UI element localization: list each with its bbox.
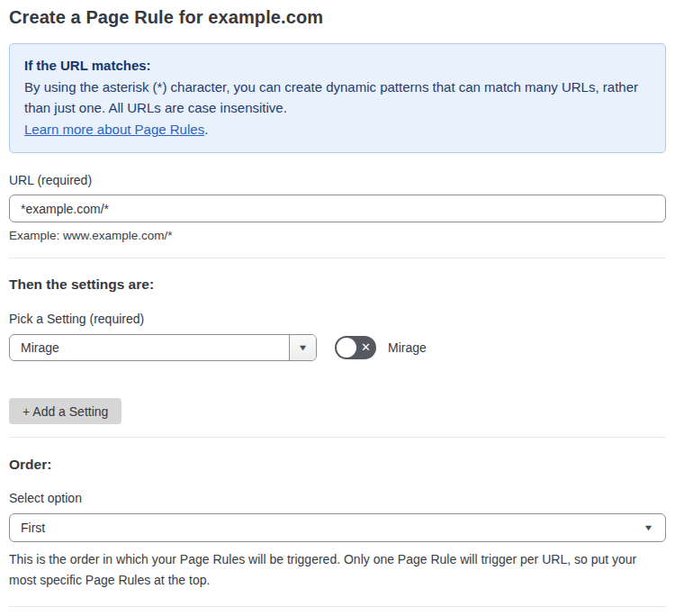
divider bbox=[9, 258, 666, 258]
toggle-knob bbox=[337, 338, 356, 358]
learn-more-link[interactable]: Learn more about Page Rules bbox=[24, 122, 204, 137]
setting-select-arrow-button[interactable]: ▼ bbox=[289, 335, 316, 360]
order-helper-text: This is the order in which your Page Rul… bbox=[9, 549, 662, 591]
chevron-down-icon: ▼ bbox=[297, 343, 308, 352]
url-field-label: URL (required) bbox=[9, 173, 666, 187]
setting-select[interactable]: Mirage ▼ bbox=[9, 334, 317, 361]
toggle-off-x-icon: ✕ bbox=[361, 341, 371, 353]
setting-picker-label: Pick a Setting (required) bbox=[9, 312, 666, 326]
toggle-label: Mirage bbox=[388, 340, 427, 355]
order-select[interactable]: First ▼ bbox=[9, 513, 666, 542]
setting-row: Mirage ▼ ✕ Mirage bbox=[9, 334, 666, 361]
chevron-down-icon: ▼ bbox=[644, 523, 654, 532]
page-title: Create a Page Rule for example.com bbox=[9, 7, 666, 28]
order-select-value: First bbox=[21, 521, 45, 535]
order-select-label: Select option bbox=[9, 491, 666, 505]
url-match-info-box: If the URL matches: By using the asteris… bbox=[9, 43, 666, 153]
add-setting-button[interactable]: + Add a Setting bbox=[9, 398, 122, 424]
info-box-heading: If the URL matches: bbox=[24, 55, 651, 76]
link-period: . bbox=[204, 122, 208, 137]
info-link-line: Learn more about Page Rules. bbox=[24, 119, 651, 140]
info-box-body: By using the asterisk (*) character, you… bbox=[24, 77, 651, 118]
create-page-rule-panel: Create a Page Rule for example.com If th… bbox=[0, 0, 675, 616]
setting-select-value: Mirage bbox=[10, 335, 289, 360]
divider bbox=[9, 606, 666, 607]
divider bbox=[9, 437, 666, 438]
order-heading: Order: bbox=[9, 457, 666, 473]
mirage-toggle[interactable]: ✕ bbox=[335, 336, 376, 359]
settings-heading: Then the settings are: bbox=[9, 276, 666, 293]
url-example-helper: Example: www.example.com/* bbox=[9, 229, 666, 242]
url-input[interactable] bbox=[9, 195, 666, 222]
